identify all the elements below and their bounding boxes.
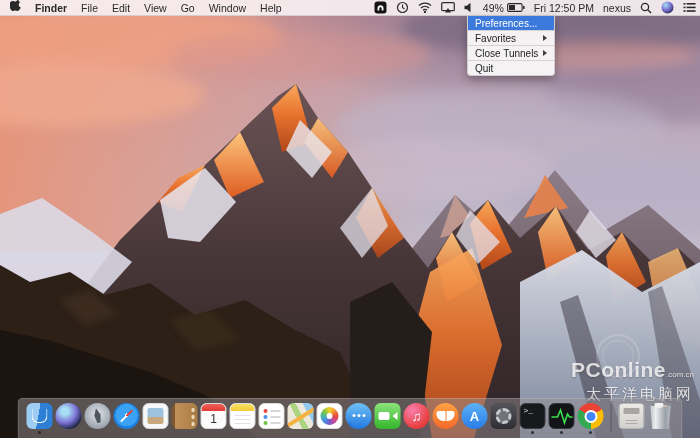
- itunes-icon: ♫: [404, 403, 430, 429]
- system-preferences-icon: [491, 403, 517, 429]
- menu-help[interactable]: Help: [260, 2, 282, 14]
- photos-icon: [317, 403, 343, 429]
- contacts-icon: [172, 403, 198, 429]
- battery-status[interactable]: 49%: [483, 2, 525, 14]
- spotlight-search-icon[interactable]: [640, 2, 652, 14]
- reminders-icon: [259, 403, 285, 429]
- running-indicator: [560, 431, 563, 434]
- menu-go[interactable]: Go: [181, 2, 195, 14]
- volume-icon[interactable]: [464, 2, 474, 13]
- dock-item-finder[interactable]: [27, 403, 53, 433]
- menu-item-preferences[interactable]: Preferences...: [468, 16, 554, 30]
- dock-item-contacts[interactable]: [172, 403, 198, 433]
- menu-item-preferences-label: Preferences...: [475, 18, 537, 29]
- dock-item-chrome[interactable]: [578, 403, 604, 433]
- running-indicator: [38, 431, 41, 434]
- downloads-icon: [619, 403, 645, 429]
- itunes-note-glyph: ♫: [404, 403, 430, 429]
- submenu-arrow-icon: [543, 35, 547, 41]
- menu-item-close-tunnels[interactable]: Close Tunnels: [468, 46, 554, 60]
- battery-icon: [507, 3, 525, 12]
- dock-item-system-preferences[interactable]: [491, 403, 517, 433]
- dock-item-itunes[interactable]: ♫: [404, 403, 430, 433]
- menu-item-favorites-label: Favorites: [475, 33, 516, 44]
- apple-logo-icon: [10, 0, 21, 13]
- tunnel-app-dropdown-menu: Preferences... Favorites Close Tunnels Q…: [467, 16, 555, 76]
- notes-icon: [230, 403, 256, 429]
- chrome-icon: [578, 403, 604, 429]
- dock-item-appstore[interactable]: A: [462, 403, 488, 433]
- menu-finder[interactable]: Finder: [35, 2, 67, 14]
- menu-bar-status-area: 49% Fri 12:50 PM nexus: [374, 1, 696, 14]
- dock-item-facetime[interactable]: [375, 403, 401, 433]
- menu-view[interactable]: View: [144, 2, 167, 14]
- dock: 1 ♫ A >_: [18, 398, 683, 438]
- siri-dock-icon: [56, 403, 82, 429]
- tunnel-app-menu-icon[interactable]: [374, 1, 387, 14]
- preview-icon: [143, 403, 169, 429]
- apple-menu[interactable]: [10, 0, 21, 15]
- dock-item-activity-monitor[interactable]: [549, 403, 575, 433]
- menu-item-quit[interactable]: Quit: [468, 61, 554, 75]
- menu-item-close-tunnels-label: Close Tunnels: [475, 48, 538, 59]
- ibooks-icon: [433, 403, 459, 429]
- app-store-glyph: A: [462, 403, 488, 429]
- dock-item-reminders[interactable]: [259, 403, 285, 433]
- dock-item-trash[interactable]: [648, 403, 674, 433]
- menu-window[interactable]: Window: [209, 2, 246, 14]
- launchpad-icon: [85, 403, 111, 429]
- wifi-icon[interactable]: [418, 2, 432, 13]
- dock-separator: [611, 404, 612, 432]
- submenu-arrow-icon: [543, 50, 547, 56]
- terminal-prompt-glyph: >_: [524, 406, 534, 415]
- display-airplay-icon[interactable]: [441, 2, 455, 13]
- messages-icon: [346, 403, 372, 429]
- siri-icon[interactable]: [661, 1, 674, 14]
- dock-item-terminal[interactable]: >_: [520, 403, 546, 433]
- dock-item-messages[interactable]: [346, 403, 372, 433]
- dock-item-preview[interactable]: [143, 403, 169, 433]
- dock-item-photos[interactable]: [317, 403, 343, 433]
- safari-icon: [114, 403, 140, 429]
- pconline-watermark: PConline.com.cn 太平洋电脑网: [571, 360, 694, 402]
- calendar-icon: 1: [201, 403, 227, 429]
- dock-item-calendar[interactable]: 1: [201, 403, 227, 433]
- battery-percent-label: 49%: [483, 2, 504, 14]
- dock-item-safari[interactable]: [114, 403, 140, 433]
- dock-item-launchpad[interactable]: [85, 403, 111, 433]
- history-clock-icon[interactable]: [396, 1, 409, 14]
- dock-item-ibooks[interactable]: [433, 403, 459, 433]
- menu-edit[interactable]: Edit: [112, 2, 130, 14]
- activity-monitor-icon: [549, 403, 575, 429]
- finder-icon: [27, 403, 53, 429]
- notification-center-icon[interactable]: [683, 2, 696, 13]
- menu-item-quit-label: Quit: [475, 63, 493, 74]
- dock-item-siri[interactable]: [56, 403, 82, 433]
- dock-item-downloads[interactable]: [619, 403, 645, 433]
- terminal-icon: >_: [520, 403, 546, 429]
- running-indicator: [531, 431, 534, 434]
- menu-item-favorites[interactable]: Favorites: [468, 31, 554, 45]
- facetime-icon: [375, 403, 401, 429]
- trash-icon: [648, 403, 674, 429]
- app-store-icon: A: [462, 403, 488, 429]
- menu-bar: Finder File Edit View Go Window Help: [0, 0, 700, 16]
- running-indicator: [589, 431, 592, 434]
- maps-icon: [288, 403, 314, 429]
- menu-bar-left: Finder File Edit View Go Window Help: [10, 0, 282, 15]
- user-menu[interactable]: nexus: [603, 2, 631, 14]
- dock-item-maps[interactable]: [288, 403, 314, 433]
- calendar-day-label: 1: [202, 411, 226, 428]
- dock-item-notes[interactable]: [230, 403, 256, 433]
- menu-file[interactable]: File: [81, 2, 98, 14]
- pconline-globe-icon: [596, 334, 640, 378]
- desktop: Finder File Edit View Go Window Help: [0, 0, 700, 438]
- menu-bar-clock[interactable]: Fri 12:50 PM: [534, 2, 594, 14]
